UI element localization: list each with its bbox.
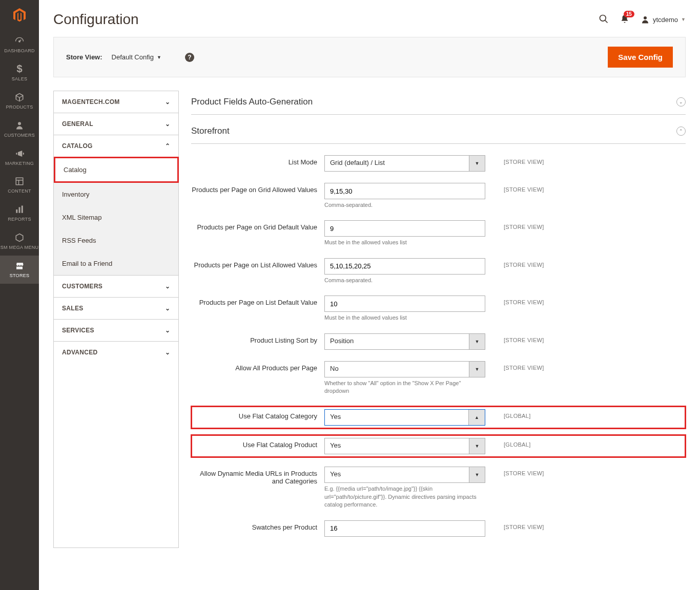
caret-up-icon: ▲ (468, 410, 485, 425)
section-storefront[interactable]: Storefront ⌃ (191, 120, 686, 144)
tree-section-sales[interactable]: SALES ⌄ (54, 298, 178, 319)
notifications-badge: 15 (624, 11, 634, 17)
field-dynamic-media: Allow Dynamic Media URLs in Products and… (191, 467, 686, 509)
field-flat-product: Use Flat Catalog Product Yes ▼ [GLOBAL] (191, 435, 686, 457)
hexagon-icon (13, 231, 26, 244)
admin-sidebar: DASHBOARD $ SALES PRODUCTS CUSTOMERS MAR… (0, 0, 39, 590)
nav-products[interactable]: PRODUCTS (0, 87, 39, 115)
tree-item-rss-feeds[interactable]: RSS Feeds (54, 229, 178, 252)
nav-marketing[interactable]: MARKETING (0, 143, 39, 172)
dynamic-media-select[interactable]: Yes ▼ (324, 467, 485, 483)
chevron-down-icon: ⌄ (165, 98, 170, 106)
nav-stores[interactable]: STORES (0, 256, 39, 284)
collapse-icon: ⌃ (676, 127, 686, 136)
tree-section-general[interactable]: GENERAL ⌄ (54, 113, 178, 135)
list-default-input[interactable] (324, 296, 485, 312)
magento-logo-icon (11, 7, 28, 24)
chevron-down-icon: ⌄ (165, 120, 170, 128)
tree-section-catalog[interactable]: CATALOG ⌃ (54, 135, 178, 157)
field-grid-default: Products per Page on Grid Default Value … (191, 220, 686, 246)
nav-sales[interactable]: $ SALES (0, 59, 39, 87)
tree-item-catalog[interactable]: Catalog (54, 157, 179, 183)
dashboard-icon (13, 35, 26, 47)
user-icon (641, 15, 650, 24)
nav-dashboard[interactable]: DASHBOARD (0, 31, 39, 59)
caret-down-icon: ▼ (469, 333, 485, 350)
list-allowed-input[interactable] (324, 258, 485, 275)
tree-item-email-friend[interactable]: Email to a Friend (54, 252, 178, 275)
chevron-down-icon: ⌄ (165, 305, 170, 312)
svg-rect-5 (22, 206, 23, 213)
save-config-button[interactable]: Save Config (608, 47, 673, 68)
chevron-down-icon: ⌄ (165, 327, 170, 334)
storeview-label: Store View: (66, 53, 102, 61)
tree-section-customers[interactable]: CUSTOMERS ⌄ (54, 276, 178, 297)
field-sort-by: Product Listing Sort by Position ▼ [STOR… (191, 333, 686, 350)
flat-category-select[interactable]: Yes ▲ (324, 409, 485, 426)
grid-default-input[interactable] (324, 220, 485, 237)
expand-icon: ⌄ (676, 97, 686, 107)
config-tree: MAGENTECH.COM ⌄ GENERAL ⌄ CATALOG ⌃ (53, 91, 179, 548)
swatches-input[interactable] (324, 520, 485, 537)
nav-customers[interactable]: CUSTOMERS (0, 115, 39, 143)
caret-down-icon: ▼ (469, 361, 485, 377)
nav-sm-mega-menu[interactable]: SM MEGA MENU (0, 227, 39, 256)
field-allow-all: Allow All Products per Page No ▼ Whether… (191, 361, 686, 395)
storefront-icon (13, 260, 26, 272)
page-title: Configuration (53, 11, 139, 28)
chevron-down-icon: ⌄ (165, 349, 170, 356)
flat-product-select[interactable]: Yes ▼ (324, 438, 485, 454)
person-icon (13, 119, 26, 132)
magento-logo[interactable] (0, 0, 39, 31)
chevron-down-icon: ⌄ (165, 283, 170, 290)
field-flat-category: Use Flat Catalog Category Yes ▲ [GLOBAL] (191, 406, 686, 429)
tree-section-advanced[interactable]: ADVANCED ⌄ (54, 342, 178, 363)
search-icon[interactable] (599, 14, 609, 26)
field-list-default: Products per Page on List Default Value … (191, 296, 686, 322)
caret-down-icon: ▼ (469, 155, 485, 172)
sort-by-select[interactable]: Position ▼ (324, 333, 485, 350)
field-list-allowed: Products per Page on List Allowed Values… (191, 258, 686, 284)
tree-section-services[interactable]: SERVICES ⌄ (54, 320, 178, 341)
dollar-icon: $ (13, 63, 26, 75)
section-product-fields-auto-gen[interactable]: Product Fields Auto-Generation ⌄ (191, 91, 686, 115)
nav-reports[interactable]: REPORTS (0, 199, 39, 227)
allow-all-select[interactable]: No ▼ (324, 361, 485, 377)
list-mode-select[interactable]: Grid (default) / List ▼ (324, 155, 485, 172)
svg-rect-2 (16, 178, 23, 185)
layout-icon (13, 175, 26, 187)
tree-section-magentech[interactable]: MAGENTECH.COM ⌄ (54, 91, 178, 113)
tree-item-inventory[interactable]: Inventory (54, 183, 178, 206)
chevron-up-icon: ⌃ (165, 142, 170, 150)
svg-point-1 (18, 122, 21, 125)
svg-rect-4 (19, 207, 20, 213)
nav-content[interactable]: CONTENT (0, 171, 39, 199)
caret-down-icon: ▼ (681, 17, 686, 22)
caret-down-icon: ▼ (469, 467, 485, 483)
cube-icon (13, 91, 26, 103)
notifications-icon[interactable]: 15 (620, 14, 629, 26)
field-swatches: Swatches per Product [STORE VIEW] (191, 520, 686, 537)
page-header: Configuration 15 ytcdemo ▼ (53, 0, 686, 37)
field-list-mode: List Mode Grid (default) / List ▼ [STORE… (191, 155, 686, 172)
megaphone-icon (13, 148, 26, 160)
config-body: Product Fields Auto-Generation ⌄ Storefr… (191, 91, 686, 548)
grid-allowed-input[interactable] (324, 183, 485, 199)
tree-item-xml-sitemap[interactable]: XML Sitemap (54, 206, 178, 229)
svg-point-6 (600, 15, 606, 21)
username: ytcdemo (653, 16, 678, 24)
storeview-select[interactable]: Default Config ▼ (112, 53, 161, 61)
help-icon[interactable]: ? (185, 53, 194, 62)
caret-down-icon: ▼ (469, 438, 485, 454)
svg-point-7 (644, 16, 647, 19)
field-grid-allowed: Products per Page on Grid Allowed Values… (191, 183, 686, 209)
user-menu[interactable]: ytcdemo ▼ (641, 15, 686, 24)
caret-down-icon: ▼ (157, 55, 161, 60)
svg-rect-3 (16, 209, 17, 213)
bars-icon (13, 203, 26, 216)
storeview-bar: Store View: Default Config ▼ ? Save Conf… (53, 37, 686, 77)
